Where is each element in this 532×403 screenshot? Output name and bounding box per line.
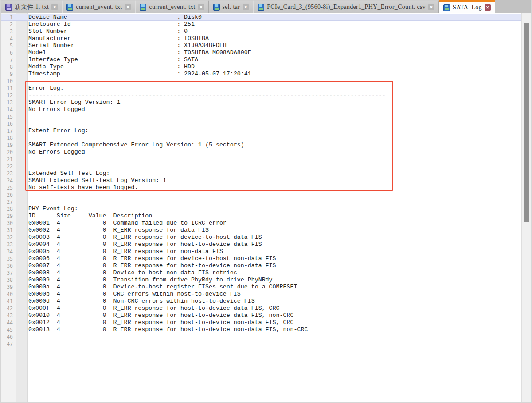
code-line-18[interactable]: ----------------------------------------… (28, 134, 521, 142)
tab-close-icon[interactable]: ✕ (243, 4, 249, 10)
tab-label: 新文件 1. txt (15, 3, 49, 11)
code-line-4[interactable]: Manufacturer : TOSHIBA (28, 35, 521, 42)
line-number-29: 29 (1, 213, 16, 220)
code-line-13[interactable]: SMART Error Log Version: 1 (28, 99, 521, 106)
code-line-22[interactable] (28, 163, 521, 170)
tab-close-icon[interactable]: ✕ (125, 4, 131, 10)
tab-close-icon[interactable]: ✕ (51, 4, 58, 10)
code-line-25[interactable]: No self-tests have been logged. (28, 184, 521, 191)
line-number-33: 33 (1, 241, 16, 248)
line-number-22: 22 (1, 163, 16, 170)
code-line-33[interactable]: 0x0004 4 0 R_ERR response for host-to-de… (28, 241, 521, 248)
code-line-21[interactable] (28, 156, 521, 163)
line-number-23: 23 (1, 170, 16, 177)
line-number-7: 7 (1, 56, 16, 63)
code-line-24[interactable]: SMART Extended Self-test Log Version: 1 (28, 177, 521, 184)
line-number-36: 36 (1, 262, 16, 269)
scrollbar-thumb[interactable] (524, 23, 529, 222)
line-number-4: 4 (1, 35, 16, 42)
code-line-46[interactable] (28, 333, 521, 340)
code-line-1[interactable]: Device Name : Disk0 (28, 14, 521, 21)
code-line-45[interactable]: 0x0013 4 0 R_ERR response for host-to-de… (28, 326, 521, 333)
code-line-5[interactable]: Serial Number : X1J0A34BFDEH (28, 42, 521, 49)
tab-close-icon[interactable]: ✕ (485, 4, 491, 11)
tab-bar: 新文件 1. txt✕current_event. txt✕current_ev… (1, 0, 531, 13)
code-line-44[interactable]: 0x0012 4 0 R_ERR response for host-to-de… (28, 319, 521, 326)
code-line-32[interactable]: 0x0003 4 0 R_ERR response for device-to-… (28, 234, 521, 241)
code-line-34[interactable]: 0x0005 4 0 R_ERR response for non-data F… (28, 248, 521, 255)
code-line-6[interactable]: Model : TOSHIBA MG08ADA800E (28, 49, 521, 56)
line-number-11: 11 (1, 85, 16, 92)
line-number-21: 21 (1, 156, 16, 163)
code-line-41[interactable]: 0x000d 4 0 Non-CRC errors within host-to… (28, 298, 521, 305)
line-number-9: 9 (1, 71, 16, 78)
code-line-42[interactable]: 0x000f 4 0 R_ERR response for host-to-de… (28, 305, 521, 312)
line-number-24: 24 (1, 177, 16, 184)
code-line-29[interactable]: ID Size Value Description (28, 213, 521, 220)
line-number-25: 25 (1, 184, 16, 191)
code-line-31[interactable]: 0x0002 4 0 R_ERR response for data FIS (28, 227, 521, 234)
code-line-40[interactable]: 0x000b 4 0 CRC errors within host-to-dev… (28, 291, 521, 298)
editor-pane[interactable]: 1234567891011121314151617181920212223242… (1, 13, 531, 402)
tab-active-5[interactable]: SATA_Log✕ (439, 0, 495, 13)
line-number-45: 45 (1, 326, 16, 333)
line-number-6: 6 (1, 49, 16, 56)
code-line-14[interactable]: No Errors Logged (28, 106, 521, 113)
code-line-16[interactable] (28, 120, 521, 127)
code-content[interactable]: Device Name : Disk0Enclosure Id : 251Slo… (28, 14, 521, 348)
line-number-20: 20 (1, 149, 16, 156)
line-number-39: 39 (1, 284, 16, 291)
line-number-5: 5 (1, 42, 16, 49)
code-line-8[interactable]: Media Type : HDD (28, 63, 521, 71)
code-line-30[interactable]: 0x0001 4 0 Command failed due to ICRC er… (28, 220, 521, 227)
code-line-38[interactable]: 0x0009 4 0 Transition from drive PhyRdy … (28, 277, 521, 284)
line-number-17: 17 (1, 127, 16, 134)
code-line-28[interactable]: PHY Event Log: (28, 205, 521, 213)
line-number-32: 32 (1, 234, 16, 241)
line-number-12: 12 (1, 92, 16, 99)
code-line-17[interactable]: Extent Error Log: (28, 127, 521, 134)
code-line-26[interactable] (28, 191, 521, 198)
tab-3[interactable]: sel. tar✕ (209, 0, 254, 13)
tab-label: PCIe_Card_3_(9560-8i)_Expander1_PHY_Erro… (267, 4, 426, 11)
line-number-18: 18 (1, 134, 16, 142)
line-number-30: 30 (1, 220, 16, 227)
code-line-10[interactable] (28, 78, 521, 85)
line-number-27: 27 (1, 198, 16, 205)
code-line-12[interactable]: ----------------------------------------… (28, 92, 521, 99)
code-line-3[interactable]: Slot Number : 0 (28, 28, 521, 35)
code-line-47[interactable] (28, 340, 521, 348)
code-line-37[interactable]: 0x0008 4 0 Device-to-host non-data FIS r… (28, 269, 521, 277)
editor-window: 新文件 1. txt✕current_event. txt✕current_ev… (0, 0, 532, 403)
code-line-23[interactable]: Extended Self Test Log: (28, 170, 521, 177)
line-number-31: 31 (1, 227, 16, 234)
tab-close-icon[interactable]: ✕ (428, 4, 434, 10)
tab-4[interactable]: PCIe_Card_3_(9560-8i)_Expander1_PHY_Erro… (253, 0, 439, 13)
line-number-14: 14 (1, 106, 16, 113)
line-number-3: 3 (1, 28, 16, 35)
floppy-icon (5, 4, 12, 11)
tab-2[interactable]: current_event. txt✕ (135, 0, 208, 13)
tab-label: sel. tar (223, 4, 240, 11)
line-number-28: 28 (1, 205, 16, 213)
tab-label: current_event. txt (76, 4, 122, 11)
tab-0[interactable]: 新文件 1. txt✕ (1, 0, 62, 13)
vertical-scrollbar[interactable] (521, 13, 531, 402)
code-line-39[interactable]: 0x000a 4 0 Device-to-host register FISes… (28, 284, 521, 291)
floppy-icon (140, 4, 146, 11)
code-line-9[interactable]: Timestamp : 2024-05-07 17:20:41 (28, 71, 521, 78)
code-line-7[interactable]: Interface Type : SATA (28, 56, 521, 63)
code-line-35[interactable]: 0x0006 4 0 R_ERR response for device-to-… (28, 255, 521, 262)
tab-1[interactable]: current_event. txt✕ (62, 0, 135, 13)
code-line-20[interactable]: No Errors Logged (28, 149, 521, 156)
code-line-19[interactable]: SMART Extended Comprehensive Error Log V… (28, 142, 521, 149)
line-number-15: 15 (1, 113, 16, 120)
line-number-10: 10 (1, 78, 16, 85)
code-line-43[interactable]: 0x0010 4 0 R_ERR response for host-to-de… (28, 312, 521, 319)
code-line-2[interactable]: Enclosure Id : 251 (28, 21, 521, 28)
tab-close-icon[interactable]: ✕ (198, 4, 204, 10)
code-line-36[interactable]: 0x0007 4 0 R_ERR response for host-to-de… (28, 262, 521, 269)
code-line-11[interactable]: Error Log: (28, 85, 521, 92)
code-line-15[interactable] (28, 113, 521, 120)
code-line-27[interactable] (28, 198, 521, 205)
